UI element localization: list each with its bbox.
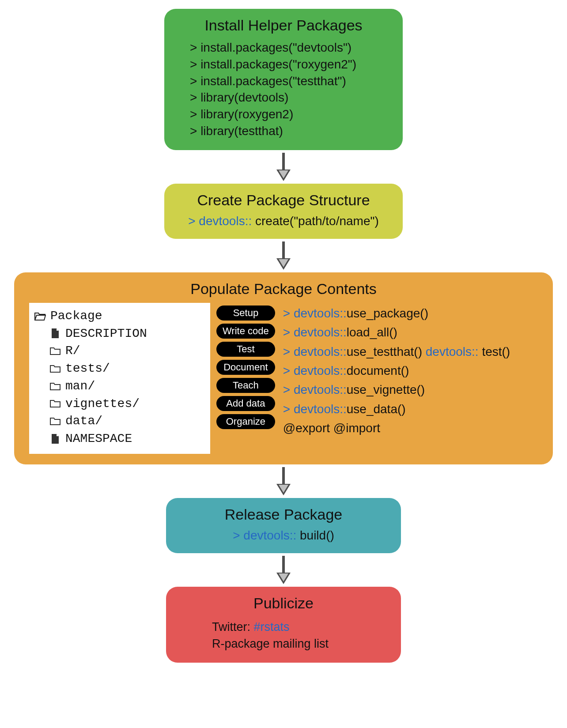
step4-title: Release Package bbox=[181, 506, 386, 523]
command-line: > devtools::use_package() bbox=[283, 306, 510, 321]
step-publicize: Publicize Twitter: #rstats R-package mai… bbox=[166, 587, 401, 663]
twitter-label: Twitter: bbox=[212, 620, 254, 634]
action-pill: Document bbox=[216, 360, 275, 375]
prompt: > bbox=[188, 214, 199, 228]
twitter-line: Twitter: #rstats bbox=[212, 619, 386, 636]
devtools-commands: > devtools::use_package()> devtools::loa… bbox=[281, 303, 510, 437]
folder-open-icon bbox=[34, 311, 46, 321]
code-line: > install.packages("testthat") bbox=[190, 73, 388, 90]
function-call: use_vignette() bbox=[347, 383, 425, 396]
roxygen-tags: @export @import bbox=[283, 421, 380, 435]
command-line: > devtools::use_data() bbox=[283, 401, 510, 417]
arrow-down-icon bbox=[275, 556, 292, 584]
arrow-down-icon bbox=[275, 467, 292, 495]
twitter-hashtag: #rstats bbox=[254, 620, 290, 634]
file-name: vignettes/ bbox=[65, 395, 140, 413]
prompt: > bbox=[233, 528, 243, 542]
file-tree: Package DESCRIPTIONR/tests/man/vignettes… bbox=[29, 303, 210, 454]
folder-icon bbox=[49, 399, 61, 408]
step4-command: > devtools:: build() bbox=[181, 528, 386, 543]
command-line: > devtools::document() bbox=[283, 363, 510, 379]
code-line: > library(testthat) bbox=[190, 123, 388, 140]
folder-icon bbox=[49, 382, 61, 391]
action-pill: Organize bbox=[216, 414, 275, 429]
file-tree-root: Package bbox=[34, 307, 203, 325]
step2-title: Create Package Structure bbox=[179, 192, 388, 209]
folder-icon bbox=[49, 417, 61, 426]
function-call: use_package() bbox=[347, 306, 428, 320]
action-pill: Write code bbox=[216, 324, 275, 339]
mailing-list-line: R-package mailing list bbox=[212, 636, 386, 653]
namespace: devtools:: bbox=[426, 345, 482, 358]
step2-command: > devtools:: create("path/to/name") bbox=[179, 214, 388, 228]
namespace: devtools:: bbox=[294, 383, 347, 396]
step-populate-package-contents: Populate Package Contents Package DESCRI… bbox=[14, 272, 553, 464]
function-call: test() bbox=[482, 345, 510, 358]
arrow-down-icon bbox=[275, 241, 292, 270]
command-line: > devtools::use_vignette() bbox=[283, 382, 510, 398]
namespace: devtools:: bbox=[294, 325, 347, 339]
function-call: use_testthat() bbox=[347, 345, 422, 358]
function-call: load_all() bbox=[347, 325, 397, 339]
file-name: NAMESPACE bbox=[65, 430, 132, 448]
function-call: use_data() bbox=[347, 402, 406, 416]
arrow-down-icon bbox=[275, 153, 292, 181]
prompt: > bbox=[283, 306, 294, 320]
file-tree-item: tests/ bbox=[34, 360, 203, 377]
step1-code: > install.packages("devtools") > install… bbox=[179, 39, 388, 140]
namespace: devtools:: bbox=[199, 214, 255, 228]
file-tree-item: man/ bbox=[34, 377, 203, 395]
function-call: create("path/to/name") bbox=[255, 214, 379, 228]
action-pill: Teach bbox=[216, 378, 275, 393]
namespace: devtools:: bbox=[294, 364, 347, 377]
step-create-package-structure: Create Package Structure > devtools:: cr… bbox=[164, 184, 403, 239]
code-line: > install.packages("devtools") bbox=[190, 39, 388, 56]
prompt: > bbox=[283, 364, 294, 377]
prompt: > bbox=[283, 345, 294, 358]
code-line: > library(roxygen2) bbox=[190, 106, 388, 123]
file-icon bbox=[49, 434, 61, 444]
namespace: devtools:: bbox=[294, 345, 347, 358]
namespace: devtools:: bbox=[243, 528, 300, 542]
file-name: DESCRIPTION bbox=[65, 325, 147, 343]
step-release-package: Release Package > devtools:: build() bbox=[166, 498, 401, 553]
folder-icon bbox=[49, 364, 61, 373]
file-tree-item: DESCRIPTION bbox=[34, 325, 203, 343]
function-call: build() bbox=[300, 528, 334, 542]
prompt: > bbox=[283, 325, 294, 339]
file-tree-item: vignettes/ bbox=[34, 395, 203, 413]
action-pill: Add data bbox=[216, 396, 275, 411]
step5-title: Publicize bbox=[181, 595, 386, 612]
function-call: document() bbox=[347, 364, 409, 377]
file-name: man/ bbox=[65, 377, 95, 395]
command-line: > devtools::use_testthat() devtools:: te… bbox=[283, 344, 510, 360]
file-name: R/ bbox=[65, 342, 80, 360]
action-pill: Test bbox=[216, 342, 275, 357]
file-name: tests/ bbox=[65, 360, 110, 377]
action-labels: SetupWrite codeTestDocumentTeachAdd data… bbox=[210, 303, 281, 429]
command-line: @export @import bbox=[283, 420, 510, 436]
code-line: > library(devtools) bbox=[190, 89, 388, 106]
action-pill: Setup bbox=[216, 306, 275, 321]
file-icon bbox=[49, 328, 61, 339]
file-tree-item: data/ bbox=[34, 412, 203, 430]
folder-icon bbox=[49, 347, 61, 355]
code-line: > install.packages("roxygen2") bbox=[190, 56, 388, 73]
prompt: > bbox=[283, 402, 294, 416]
file-name: data/ bbox=[65, 412, 102, 430]
file-name: Package bbox=[50, 307, 102, 325]
publicize-lines: Twitter: #rstats R-package mailing list bbox=[181, 617, 386, 653]
file-tree-item: NAMESPACE bbox=[34, 430, 203, 448]
file-tree-item: R/ bbox=[34, 342, 203, 360]
namespace: devtools:: bbox=[294, 306, 347, 320]
command-line: > devtools::load_all() bbox=[283, 324, 510, 340]
step-install-helper-packages: Install Helper Packages > install.packag… bbox=[164, 9, 403, 150]
prompt: > bbox=[283, 383, 294, 396]
namespace: devtools:: bbox=[294, 402, 347, 416]
step3-title: Populate Package Contents bbox=[29, 280, 538, 298]
step1-title: Install Helper Packages bbox=[179, 17, 388, 34]
